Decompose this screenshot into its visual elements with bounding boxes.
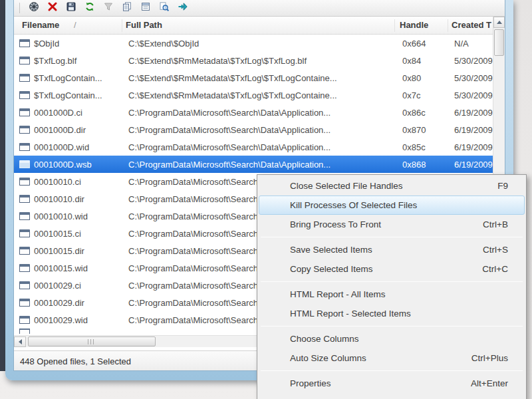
- cell-fullpath: C:\$Extend\$RmMetadata\$TxfLog\$TxfLogCo…: [128, 90, 402, 100]
- menu-item-label: HTML Report - Selected Items: [290, 309, 499, 319]
- refresh-icon[interactable]: [84, 1, 95, 13]
- column-divider[interactable]: [122, 19, 122, 32]
- status-text: 448 Opened files, 1 Selected: [20, 356, 131, 366]
- menu-item-label: Bring Process To Front: [290, 219, 473, 229]
- column-header-created[interactable]: Created T: [452, 20, 491, 30]
- cell-handle: 0x80: [402, 73, 454, 83]
- cell-filename: 00010029.ci: [34, 281, 128, 291]
- cell-created-time: 5/30/2009: [454, 73, 493, 83]
- cell-fullpath: C:\ProgramData\Microsoft\Search\Data\App…: [128, 142, 402, 152]
- horizontal-scroll-thumb[interactable]: [28, 336, 156, 346]
- menu-item-kill-processes-of-selected-files[interactable]: Kill Processes Of Selected Files: [259, 196, 525, 215]
- cell-filename: 00010015.wid: [34, 263, 128, 273]
- cell-created-time: 5/30/2009: [454, 90, 493, 100]
- file-icon: [19, 74, 30, 82]
- table-row[interactable]: 0001000D.wsbC:\ProgramData\Microsoft\Sea…: [14, 156, 493, 173]
- menu-separator: [261, 281, 523, 282]
- cell-created-time: N/A: [454, 39, 493, 49]
- menu-separator: [261, 237, 523, 237]
- menu-item-shortcut: Alt+Enter: [471, 378, 508, 388]
- left-arrow-icon: [19, 339, 22, 344]
- filter-icon[interactable]: [102, 1, 114, 13]
- menu-item-label: Kill Processes Of Selected Files: [290, 200, 499, 210]
- cell-fullpath: C:\ProgramData\Microsoft\Search\Data\App…: [128, 125, 402, 135]
- cell-filename: $TxfLogContain...: [34, 73, 128, 83]
- table-row[interactable]: $TxfLogContain...C:\$Extend\$RmMetadata\…: [14, 86, 493, 104]
- menu-item-label: Copy Selected Items: [290, 264, 473, 274]
- file-icon: [19, 329, 30, 334]
- table-row[interactable]: $ObjIdC:\$Extend\$ObjId0x664N/A: [14, 35, 493, 52]
- background-window-edge: [0, 0, 5, 371]
- menu-item-auto-size-columns[interactable]: Auto Size ColumnsCtrl+Plus: [259, 348, 525, 368]
- column-header-handle[interactable]: Handle: [400, 20, 428, 30]
- properties-icon[interactable]: [140, 1, 151, 13]
- cell-filename: 00010010.dir: [34, 194, 128, 204]
- list-header: Filename / Full Path Handle Created T: [14, 17, 493, 35]
- table-row[interactable]: $TxfLog.blfC:\$Extend\$RmMetadata\$TxfLo…: [14, 52, 493, 69]
- column-header-filename[interactable]: Filename: [22, 20, 59, 30]
- cell-filename: 00010010.wid: [34, 211, 128, 221]
- toolbar-separator: [19, 3, 20, 13]
- file-icon: [19, 108, 30, 116]
- table-row[interactable]: 0001000D.widC:\ProgramData\Microsoft\Sea…: [14, 138, 493, 156]
- column-divider[interactable]: [448, 19, 448, 32]
- sort-indicator-icon: /: [74, 20, 76, 30]
- table-row[interactable]: 0001000D.dirC:\ProgramData\Microsoft\Sea…: [14, 121, 493, 138]
- copy-icon[interactable]: [121, 1, 132, 13]
- menu-item-save-selected-items[interactable]: Save Selected ItemsCtrl+S: [259, 240, 525, 259]
- cell-created-time: 5/30/2009: [454, 56, 493, 66]
- file-icon: [19, 212, 30, 220]
- cell-handle: 0x7c: [402, 90, 454, 100]
- scroll-left-button[interactable]: [14, 336, 26, 347]
- cell-filename: 0001000D.wsb: [34, 160, 128, 170]
- menu-item-label: HTML Report - All Items: [290, 289, 499, 299]
- column-divider[interactable]: [394, 19, 395, 32]
- cell-fullpath: C:\$Extend\$RmMetadata\$TxfLog\$TxfLog.b…: [128, 56, 402, 66]
- menu-item-label: Auto Size Columns: [290, 353, 462, 363]
- advanced-options-icon[interactable]: [177, 1, 188, 13]
- cell-filename: 00010029.dir: [34, 298, 128, 308]
- cell-filename: 0001000D.wid: [34, 142, 128, 152]
- cell-handle: 0x85c: [402, 142, 454, 152]
- table-row[interactable]: $TxfLogContain...C:\$Extend\$RmMetadata\…: [14, 69, 493, 86]
- table-row[interactable]: 0001000D.ciC:\ProgramData\Microsoft\Sear…: [14, 104, 493, 121]
- find-icon[interactable]: [158, 1, 170, 13]
- menu-item-label: Choose Columns: [290, 334, 499, 344]
- cell-created-time: 6/19/2009: [454, 142, 493, 152]
- vertical-scroll-thumb[interactable]: [494, 29, 504, 56]
- scroll-up-button[interactable]: [493, 17, 505, 28]
- file-icon: [19, 299, 30, 307]
- cell-handle: 0x664: [402, 39, 454, 49]
- menu-item-properties[interactable]: PropertiesAlt+Enter: [259, 374, 525, 393]
- menu-item-shortcut: Ctrl+S: [483, 245, 508, 255]
- file-icon: [19, 247, 30, 255]
- cell-filename: 0001000D.ci: [34, 108, 128, 118]
- menu-item-label: Close Selected File Handles: [290, 181, 488, 191]
- menu-item-bring-process-to-front[interactable]: Bring Process To FrontCtrl+B: [259, 215, 525, 234]
- cell-filename: 0001000D.dir: [34, 125, 128, 135]
- cell-filename: $ObjId: [34, 39, 128, 49]
- menu-item-shortcut: F9: [497, 181, 508, 191]
- cell-filename: 00010029.wid: [34, 315, 128, 325]
- column-header-fullpath[interactable]: Full Path: [126, 20, 162, 30]
- cell-filename: $TxfLog.blf: [34, 56, 128, 66]
- toolbar: [14, 0, 505, 17]
- cell-fullpath: C:\$Extend\$RmMetadata\$TxfLog\$TxfLogCo…: [128, 73, 402, 83]
- cell-created-time: 6/19/2009: [454, 160, 493, 170]
- screen: Filename / Full Path Handle Created T $O…: [0, 0, 532, 399]
- file-icon: [19, 126, 30, 134]
- cell-handle: 0x84: [402, 56, 454, 66]
- close-handles-icon[interactable]: [47, 1, 58, 13]
- file-icon: [19, 160, 30, 168]
- wheel-icon[interactable]: [28, 1, 39, 13]
- cell-fullpath: C:\ProgramData\Microsoft\Search\Data\App…: [128, 160, 402, 170]
- menu-item-copy-selected-items[interactable]: Copy Selected ItemsCtrl+C: [259, 259, 525, 279]
- menu-item-shortcut: Ctrl+B: [483, 219, 508, 229]
- menu-item-html-report-all-items[interactable]: HTML Report - All Items: [259, 285, 525, 304]
- context-menu: Close Selected File HandlesF9Kill Proces…: [257, 174, 527, 399]
- save-icon[interactable]: [65, 1, 76, 13]
- cell-filename: 00010015.dir: [34, 246, 128, 256]
- menu-item-close-selected-file-handles[interactable]: Close Selected File HandlesF9: [259, 176, 525, 196]
- menu-item-choose-columns[interactable]: Choose Columns: [259, 329, 525, 348]
- menu-item-html-report-selected-items[interactable]: HTML Report - Selected Items: [259, 304, 525, 323]
